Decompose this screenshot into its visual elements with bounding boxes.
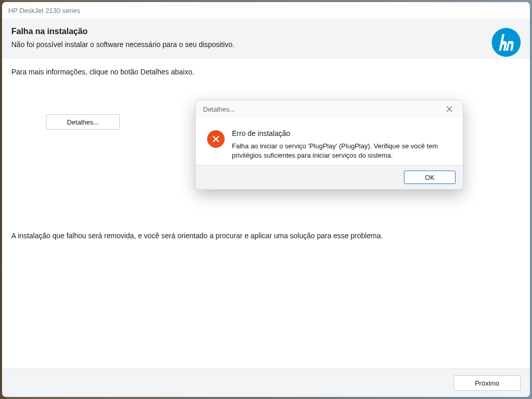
details-button[interactable]: Detalhes...	[46, 114, 120, 130]
next-button[interactable]: Próximo	[453, 375, 521, 391]
dialog-footer: OK	[196, 165, 463, 189]
dialog-message: Falha ao iniciar o serviço 'PlugPlay' (P…	[232, 142, 451, 160]
header-subheading: Não foi possível instalar o software nec…	[11, 40, 521, 49]
hp-logo-icon	[492, 28, 521, 57]
window-titlebar: HP DeskJet 2130 series	[2, 2, 530, 19]
footer-panel: Próximo	[2, 369, 530, 397]
instruction-text-2: A instalação que falhou será removida, e…	[11, 232, 383, 240]
instruction-text-1: Para mais informações, clique no botão D…	[11, 68, 521, 76]
dialog-titlebar: Detalhes...	[196, 100, 463, 118]
window-title: HP DeskJet 2130 series	[8, 7, 80, 14]
dialog-title: Detalhes...	[203, 105, 235, 113]
dialog-heading: Erro de instalação	[232, 129, 451, 137]
close-icon[interactable]	[443, 103, 456, 115]
dialog-text-block: Erro de instalação Falha ao iniciar o se…	[232, 129, 451, 160]
error-icon	[207, 130, 225, 148]
dialog-body: Erro de instalação Falha ao iniciar o se…	[196, 118, 463, 165]
installer-window: HP DeskJet 2130 series Falha na instalaç…	[2, 2, 530, 397]
ok-button[interactable]: OK	[404, 171, 456, 184]
details-dialog: Detalhes... Erro de instalação Falha ao …	[195, 100, 463, 190]
header-panel: Falha na instalação Não foi possível ins…	[2, 19, 530, 58]
header-heading: Falha na instalação	[11, 27, 521, 36]
